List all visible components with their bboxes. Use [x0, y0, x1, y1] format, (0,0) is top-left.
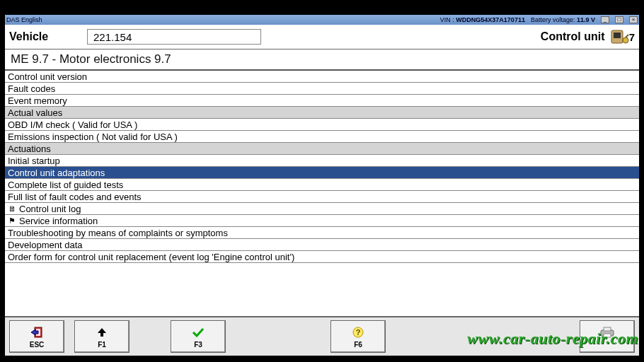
list-item-label: OBD I/M check ( Valid for USA ) [8, 119, 137, 130]
f6-button[interactable]: ? F6 [330, 320, 386, 353]
list-item[interactable]: Initial startup [5, 155, 639, 167]
list-item-label: Service information [19, 216, 98, 226]
list-item[interactable]: Fault codes [5, 83, 639, 95]
list-item[interactable]: ⚑Service information [5, 215, 639, 227]
vehicle-value: 221.154 [87, 29, 261, 45]
header-bar: Vehicle 221.154 Control unit .7 [5, 25, 639, 49]
list-item-label: Complete list of guided tests [8, 180, 123, 190]
list-category: Actuations [5, 143, 639, 155]
page-subtitle: ME 9.7 - Motor electronics 9.7 [5, 49, 639, 71]
app-window: DAS English VIN : WDDNG54X37A170711 Batt… [4, 14, 640, 356]
svg-rect-9 [604, 334, 611, 337]
exit-icon [30, 325, 44, 339]
list-item-label: Fault codes [8, 83, 55, 94]
list-item-label: Actual values [8, 107, 62, 118]
list-item[interactable]: Development data [5, 239, 639, 251]
list-item-label: Control unit log [19, 204, 81, 214]
control-unit-icon [609, 28, 630, 46]
list-item[interactable]: Troubleshooting by means of complaints o… [5, 227, 639, 239]
print-button[interactable] [580, 320, 635, 353]
list-item[interactable]: Emissions inspection ( Not valid for USA… [5, 131, 639, 143]
f1-button[interactable]: F1 [74, 320, 130, 353]
arrow-up-icon [96, 325, 108, 339]
app-title: DAS English [6, 16, 42, 23]
svg-rect-8 [604, 327, 611, 331]
vehicle-label: Vehicle [9, 30, 87, 43]
check-icon [192, 325, 205, 339]
titlebar-right: VIN : WDDNG54X37A170711 Battery voltage:… [440, 16, 638, 23]
list-item[interactable]: Complete list of guided tests [5, 179, 639, 191]
list-item[interactable]: Control unit version [5, 71, 639, 83]
list-category: Actual values [5, 107, 639, 119]
maximize-button[interactable]: □ [615, 16, 623, 23]
vin-text: VIN : WDDNG54X37A170711 [440, 16, 525, 23]
doc-icon: 🗎 [8, 204, 16, 214]
list-item-label: Emissions inspection ( Not valid for USA… [8, 132, 178, 142]
list-item[interactable]: Event memory [5, 95, 639, 107]
list-item[interactable]: Full list of fault codes and events [5, 191, 639, 203]
list-item[interactable]: Control unit adaptations [5, 167, 639, 179]
menu-list: Control unit versionFault codesEvent mem… [5, 71, 639, 263]
titlebar: DAS English VIN : WDDNG54X37A170711 Batt… [5, 15, 639, 25]
help-icon: ? [352, 325, 364, 339]
f3-button[interactable]: F3 [171, 320, 226, 353]
list-item[interactable]: 🗎Control unit log [5, 203, 639, 215]
list-item[interactable]: Order form for control unit replacement … [5, 251, 639, 263]
esc-button[interactable]: ESC [9, 320, 64, 353]
printer-icon [599, 325, 615, 339]
list-item-label: Event memory [8, 95, 67, 106]
list-item-label: Initial startup [8, 156, 60, 166]
battery-text: Battery voltage: 11.9 V [531, 16, 595, 23]
list-item-label: Development data [8, 240, 83, 250]
svg-text:?: ? [356, 328, 361, 337]
svg-point-2 [623, 37, 628, 43]
list-item-label: Troubleshooting by means of complaints o… [8, 228, 228, 238]
flag-icon: ⚑ [8, 216, 16, 226]
footer-bar: ESC F1 F3 ? F6 [5, 316, 639, 356]
list-item-label: Actuations [8, 144, 51, 154]
list-item-label: Control unit version [8, 71, 87, 82]
list-item-label: Full list of fault codes and events [8, 192, 142, 202]
close-button[interactable]: × [629, 16, 638, 23]
control-unit-label: Control unit [541, 30, 605, 43]
list-item-label: Control unit adaptations [8, 168, 105, 178]
minimize-button[interactable]: _ [601, 16, 609, 23]
svg-rect-1 [614, 33, 621, 38]
list-item-label: Order form for control unit replacement … [8, 252, 294, 262]
main-area: Vehicle 221.154 Control unit .7 ME 9.7 -… [5, 25, 639, 356]
list-item[interactable]: OBD I/M check ( Valid for USA ) [5, 119, 639, 131]
